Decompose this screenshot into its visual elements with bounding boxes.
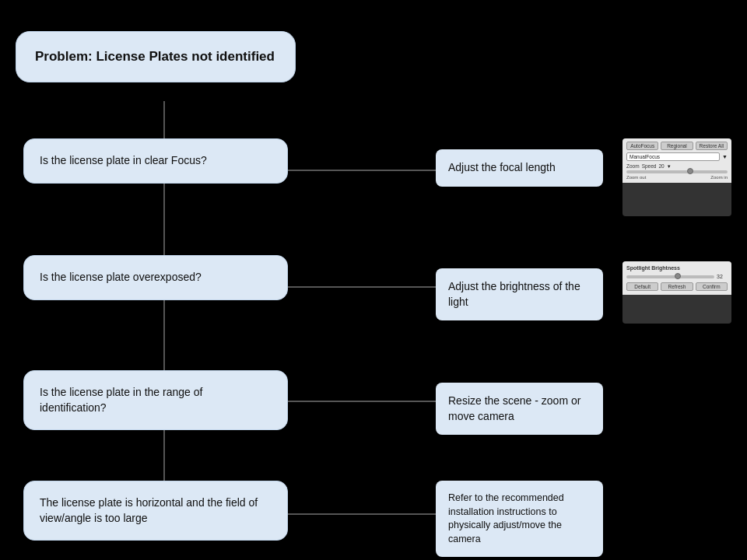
brightness-ui-screenshot: Spotlight Brightness 32 Default Refresh …	[622, 261, 731, 324]
question-box-3: Is the license plate in the range of ide…	[23, 370, 288, 430]
action-text-2: Adjust the brightness of the light	[448, 280, 580, 308]
action-box-4: Refer to the recommended installation in…	[436, 481, 603, 557]
zoom-out-label: Zoom out	[626, 175, 646, 180]
action-text-3: Resize the scene - zoom or move camera	[448, 394, 580, 422]
focus-ui-screenshot: AutoFocus Regional Restore All ManualFoc…	[622, 138, 731, 216]
brightness-slider	[626, 275, 714, 278]
question-box-4: The license plate is horizontal and the …	[23, 481, 288, 541]
speed-select-arrow: ▼	[667, 164, 672, 169]
flow-diagram: Problem: License Plates not identified I…	[0, 0, 747, 560]
brightness-value: 32	[717, 274, 728, 279]
question-text-4: The license plate is horizontal and the …	[40, 496, 258, 524]
connector-q3-a3	[288, 401, 436, 402]
action-box-1: Adjust the focal length	[436, 149, 603, 187]
zoom-slider-thumb	[687, 168, 693, 174]
question-text-3: Is the license plate in the range of ide…	[40, 386, 202, 414]
action-text-4: Refer to the recommended installation in…	[448, 492, 564, 544]
question-box-1: Is the license plate in clear Focus?	[23, 138, 288, 184]
question-text-1: Is the license plate in clear Focus?	[40, 154, 207, 166]
zoom-label: Zoom	[626, 163, 640, 169]
default-btn: Default	[626, 282, 658, 291]
question-text-2: Is the license plate overexposed?	[40, 271, 202, 283]
brightness-slider-thumb	[675, 273, 681, 279]
restore-all-btn: Restore All	[696, 142, 728, 150]
speed-value: 20	[658, 163, 664, 169]
question-box-2: Is the license plate overexposed?	[23, 255, 288, 300]
regional-btn: Regional	[661, 142, 693, 150]
action-box-2: Adjust the brightness of the light	[436, 268, 603, 320]
connector-q2-a2	[288, 286, 436, 288]
brightness-title: Spotlight Brightness	[626, 265, 728, 271]
speed-label: Speed	[642, 163, 657, 169]
confirm-btn: Confirm	[696, 282, 728, 291]
connector-q1-a1	[288, 170, 436, 171]
refresh-btn: Refresh	[661, 282, 693, 291]
action-text-1: Adjust the focal length	[448, 161, 556, 173]
zoom-slider	[626, 170, 728, 173]
manual-focus-select: ManualFocus	[626, 152, 720, 161]
problem-box: Problem: License Plates not identified	[16, 31, 296, 82]
select-arrow: ▼	[722, 154, 728, 159]
connector-q4-a4	[288, 513, 436, 515]
autofocus-btn: AutoFocus	[626, 142, 658, 150]
problem-title: Problem: License Plates not identified	[35, 49, 275, 64]
zoom-in-label: Zoom in	[710, 175, 728, 180]
action-box-3: Resize the scene - zoom or move camera	[436, 383, 603, 435]
